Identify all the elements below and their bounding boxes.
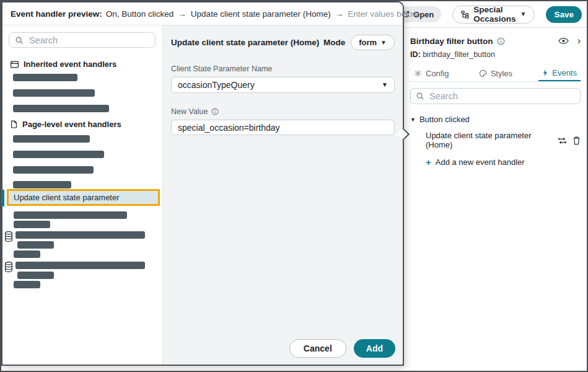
handler-form-pane: Update client state parameter (Home) Mod… <box>163 25 403 365</box>
component-inspector-panel: Birthday filter button › ID: birthday_fi… <box>404 27 587 371</box>
add-button[interactable]: Add <box>354 339 395 358</box>
page-icon <box>10 120 18 129</box>
app-selector-dropdown[interactable]: Special Occasions ▼ <box>452 6 535 24</box>
selected-handler-item[interactable]: Update client state parameter <box>7 189 160 206</box>
collapse-triangle-icon: ▼ <box>410 117 416 123</box>
bolt-icon <box>542 69 548 77</box>
skeleton-bar <box>14 250 40 258</box>
info-icon[interactable] <box>497 37 505 45</box>
handler-search-input[interactable] <box>9 32 156 48</box>
gear-icon <box>414 69 422 78</box>
info-icon <box>211 108 219 115</box>
skeleton-bar <box>14 221 50 228</box>
events-search <box>410 88 581 104</box>
skeleton-bar <box>14 281 40 288</box>
event-handler-preview-modal: Event handler preview: On, Button clicke… <box>1 1 404 366</box>
palette-icon <box>479 69 487 78</box>
preview-breadcrumb: Event handler preview: On, Button clicke… <box>2 2 403 25</box>
skeleton-bar <box>13 74 77 81</box>
form-title: Update client state parameter (Home) <box>171 38 319 47</box>
chevron-down-icon: ▼ <box>382 82 388 88</box>
inherited-handlers-heading: Inherited event handlers <box>10 60 116 69</box>
new-value-input[interactable]: special_occasion=birthday <box>171 120 395 135</box>
plus-icon: + <box>426 157 431 167</box>
event-handler-list-pane: Inherited event handlers Page-level even… <box>2 25 163 365</box>
eye-icon[interactable] <box>558 37 569 45</box>
mode-label: Mode <box>323 38 345 47</box>
handler-search <box>9 32 156 48</box>
cancel-button[interactable]: Cancel <box>289 339 346 358</box>
tab-styles[interactable]: Styles <box>475 65 516 81</box>
event-group-button-clicked[interactable]: ▼ Button clicked <box>410 115 581 124</box>
page-handlers-heading: Page-level event handlers <box>10 120 121 129</box>
skeleton-bar <box>14 211 127 219</box>
swap-icon[interactable] <box>558 136 567 144</box>
selection-indicator <box>1 190 4 206</box>
mode-dropdown[interactable]: form ▼ <box>351 35 395 50</box>
skeleton-bar <box>13 105 109 112</box>
database-icon <box>4 231 13 245</box>
skeleton-bar <box>17 241 54 249</box>
chevron-down-icon: ▼ <box>380 40 387 46</box>
param-name-select[interactable]: occasionTypeQuery ▼ <box>171 77 395 93</box>
component-name: Birthday filter button <box>410 37 493 46</box>
skeleton-bar <box>13 166 94 174</box>
top-toolbar: Open Special Occasions ▼ Save <box>404 1 587 27</box>
events-search-input[interactable] <box>410 88 581 104</box>
skeleton-bar <box>13 135 90 143</box>
app-window: Open Special Occasions ▼ Save Birthday f… <box>0 0 588 372</box>
add-event-handler-button[interactable]: + Add a new event handler <box>410 157 581 167</box>
inspector-tabs: Config Styles Events <box>410 65 581 82</box>
skeleton-bar <box>13 181 71 188</box>
save-button[interactable]: Save <box>546 6 582 23</box>
skeleton-bar <box>17 272 54 279</box>
chevron-down-icon: ▼ <box>520 11 527 17</box>
tab-config[interactable]: Config <box>410 65 453 81</box>
arrow-icon: → <box>177 9 187 19</box>
skeleton-bar <box>15 231 145 239</box>
trash-icon[interactable] <box>573 136 581 145</box>
skeleton-bar <box>15 262 145 269</box>
tab-events[interactable]: Events <box>538 65 581 81</box>
database-icon <box>4 261 13 275</box>
chevron-right-icon[interactable]: › <box>577 36 581 46</box>
component-id: ID: birthday_filter_button <box>410 50 581 59</box>
hierarchy-icon <box>461 11 469 19</box>
skeleton-bar <box>13 89 95 97</box>
skeleton-bar <box>13 151 104 158</box>
event-handler-row[interactable]: Update client state parameter (Home) <box>410 131 581 149</box>
new-value-label: New Value <box>171 107 395 116</box>
component-header: Birthday filter button › <box>410 36 581 46</box>
browser-window-icon <box>10 60 19 69</box>
arrow-icon: → <box>335 9 344 19</box>
param-name-label: Client State Parameter Name <box>171 64 395 73</box>
